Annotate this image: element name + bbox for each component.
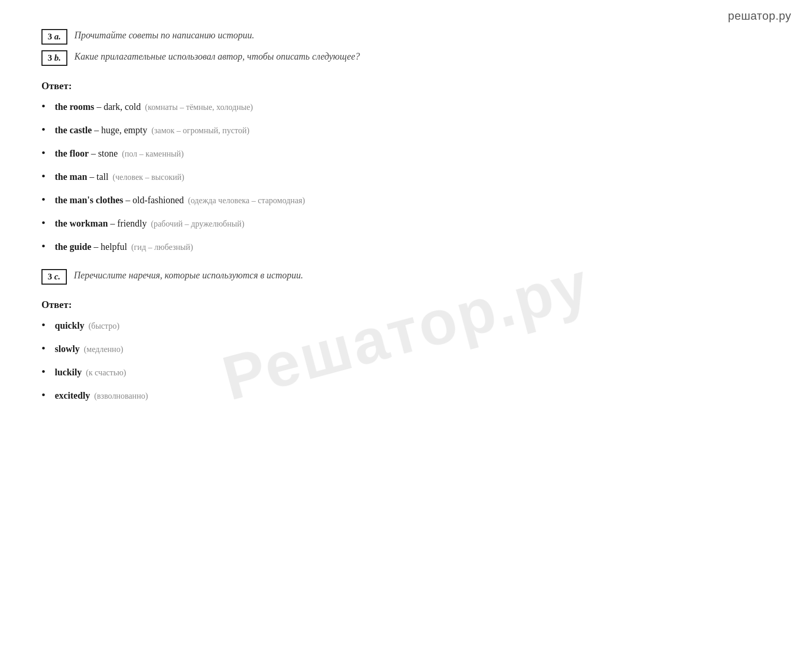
bullet-icon: • <box>41 389 46 401</box>
bullet-icon: • <box>41 241 46 252</box>
bullet-icon: • <box>41 217 46 229</box>
bullet-icon: • <box>41 343 46 354</box>
task-3b-label: 3 b. <box>41 50 67 66</box>
item-english: the man – tall <box>55 170 109 184</box>
task-3c-text: Перечислите наречия, которые используютс… <box>74 269 304 283</box>
bullet-icon: • <box>41 101 46 112</box>
task-3a-text: Прочитайте советы по написанию истории. <box>75 29 254 43</box>
bullet-icon: • <box>41 319 46 331</box>
item-russian: (быстро) <box>87 320 120 332</box>
list-item: • quickly (быстро) <box>41 319 529 333</box>
bullet-icon: • <box>41 194 46 205</box>
task-3c: 3 c. Перечислите наречия, которые исполь… <box>41 269 529 285</box>
task-3b-text: Какие прилагательные использовал автор, … <box>75 50 360 64</box>
item-russian: (гид – любезный) <box>129 241 193 254</box>
item-russian: (пол – каменный) <box>120 148 183 160</box>
answer-title-1: Ответ: <box>41 80 529 92</box>
task-3a-label: 3 a. <box>41 29 67 45</box>
item-russian: (человек – высокий) <box>110 171 184 184</box>
item-russian: (замок – огромный, пустой) <box>149 124 249 137</box>
list-item: • the man's clothes – old-fashioned (оде… <box>41 193 529 207</box>
item-english: the guide – helpful <box>55 240 127 254</box>
bullet-icon: • <box>41 147 46 159</box>
item-english: the man's clothes – old-fashioned <box>55 193 184 207</box>
item-russian: (к счастью) <box>84 367 126 379</box>
item-russian: (медленно) <box>82 343 123 356</box>
list-item: • the workman – friendly (рабочий – друж… <box>41 217 529 231</box>
task-3b: 3 b. Какие прилагательные использовал ав… <box>41 50 529 66</box>
item-russian: (одежда человека – старомодная) <box>186 194 305 207</box>
item-english: slowly <box>55 342 80 356</box>
list-item: • the rooms – dark, cold (комнаты – тёмн… <box>41 100 529 114</box>
item-english: the floor – stone <box>55 147 118 161</box>
task-3a: 3 a. Прочитайте советы по написанию исто… <box>41 29 529 45</box>
bullet-icon: • <box>41 171 46 182</box>
site-logo: решатор.ру <box>728 9 791 23</box>
list-item: • the floor – stone (пол – каменный) <box>41 147 529 161</box>
adverbs-list: • quickly (быстро) • slowly (медленно) •… <box>41 319 529 403</box>
item-english: the workman – friendly <box>55 217 147 231</box>
list-item: • excitedly (взволнованно) <box>41 389 529 403</box>
bullet-icon: • <box>41 366 46 377</box>
item-english: the castle – huge, empty <box>55 123 147 137</box>
item-russian: (рабочий – дружелюбный) <box>149 218 244 230</box>
list-item: • luckily (к счастью) <box>41 365 529 379</box>
task-3c-label: 3 c. <box>41 269 67 285</box>
item-english: the rooms – dark, cold <box>55 100 141 114</box>
item-english: luckily <box>55 365 82 379</box>
list-item: • the man – tall (человек – высокий) <box>41 170 529 184</box>
answer-title-2: Ответ: <box>41 299 529 311</box>
item-russian: (комнаты – тёмные, холодные) <box>143 101 253 114</box>
list-item: • slowly (медленно) <box>41 342 529 356</box>
bullet-icon: • <box>41 124 46 135</box>
adjectives-list: • the rooms – dark, cold (комнаты – тёмн… <box>41 100 529 254</box>
item-russian: (взволнованно) <box>92 390 148 402</box>
list-item: • the guide – helpful (гид – любезный) <box>41 240 529 254</box>
item-english: excitedly <box>55 389 90 403</box>
item-english: quickly <box>55 319 84 333</box>
main-content: 3 a. Прочитайте советы по написанию исто… <box>0 0 570 448</box>
list-item: • the castle – huge, empty (замок – огро… <box>41 123 529 137</box>
